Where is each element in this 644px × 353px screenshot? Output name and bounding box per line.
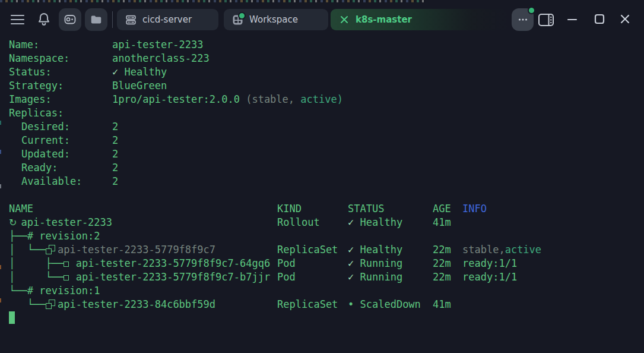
terminal-text: NAME bbox=[9, 203, 33, 215]
more-button[interactable] bbox=[512, 8, 534, 31]
terminal-line: ↻ api-tester-2233Rollout✓ Healthy41m bbox=[0, 216, 644, 229]
terminal-text: STATUS bbox=[348, 203, 384, 215]
terminal-text: │ └── bbox=[9, 244, 45, 256]
maximize-button[interactable] bbox=[594, 13, 605, 25]
terminal-text: Pod bbox=[277, 271, 296, 283]
terminal-text: ✓ bbox=[348, 216, 360, 228]
bot-button[interactable] bbox=[59, 8, 81, 31]
terminal-text: api-tester-2233-84c6bbf59d bbox=[58, 298, 215, 310]
terminal-text: 22m bbox=[433, 244, 451, 256]
folder-icon bbox=[90, 13, 103, 26]
tab-cicd-server[interactable]: cicd-server bbox=[117, 9, 218, 30]
terminal-text: Name: bbox=[9, 39, 39, 51]
terminal-line: ├──# revision:2 bbox=[0, 229, 644, 243]
terminal-text: Status: bbox=[9, 66, 52, 78]
terminal-text: • bbox=[348, 298, 360, 310]
tab-workspace[interactable]: Workspace bbox=[224, 9, 328, 30]
terminal-text: 2 bbox=[112, 175, 118, 187]
terminal-text: Strategy: bbox=[9, 80, 64, 92]
terminal-text: ✓ bbox=[348, 271, 360, 283]
terminal-text: BlueGreen bbox=[112, 80, 167, 92]
terminal-text: Namespace: bbox=[9, 52, 69, 64]
terminal-text: │ └── bbox=[9, 271, 64, 283]
terminal-line: Status:✓ Healthy bbox=[0, 65, 644, 79]
terminal-text: 2 bbox=[112, 162, 118, 174]
terminal-text: Current: bbox=[21, 134, 70, 146]
pod-icon bbox=[64, 261, 69, 267]
terminal-text: Ready: bbox=[21, 162, 58, 174]
terminal-text: ✓ bbox=[348, 257, 360, 269]
terminal-text: Healthy bbox=[124, 66, 167, 78]
terminal-text: Healthy bbox=[360, 244, 402, 256]
terminal-text: 41m bbox=[433, 298, 451, 310]
app-window: cicd-server Workspace k8s-m bbox=[0, 0, 644, 353]
files-button[interactable] bbox=[85, 8, 107, 31]
tab-label: k8s-master bbox=[356, 14, 412, 25]
hamburger-icon bbox=[10, 13, 26, 26]
terminal-text: Rollout bbox=[277, 216, 320, 228]
terminal-line: Available:2 bbox=[0, 175, 644, 188]
terminal-line: Strategy:BlueGreen bbox=[0, 79, 644, 93]
terminal[interactable]: Name:api-tester-2233Namespace:anothercla… bbox=[0, 38, 644, 353]
tab-k8s-master[interactable]: k8s-master bbox=[331, 9, 508, 30]
terminal-text: ✓ bbox=[348, 244, 360, 256]
terminal-text: active) bbox=[300, 93, 343, 105]
terminal-line: Desired:2 bbox=[0, 120, 644, 134]
ellipsis-icon bbox=[516, 13, 529, 26]
bell-icon bbox=[36, 11, 52, 28]
tab-label: cicd-server bbox=[142, 14, 192, 25]
minimize-button[interactable] bbox=[567, 15, 578, 24]
terminal-text: 1pro/api-tester:2.0.0 bbox=[112, 93, 246, 105]
title-bar: cicd-server Workspace k8s-m bbox=[0, 0, 644, 36]
terminal-text: api-tester-2233 bbox=[15, 216, 112, 228]
terminal-line: │ └──api-tester-2233-5779f8f9c7ReplicaSe… bbox=[0, 243, 644, 257]
bot-icon bbox=[63, 12, 77, 27]
terminal-text: ReplicaSet bbox=[277, 244, 338, 256]
terminal-line: Name:api-tester-2233 bbox=[0, 38, 644, 52]
terminal-text: └── bbox=[9, 298, 45, 310]
notifications-button[interactable] bbox=[36, 11, 52, 28]
terminal-text: Images: bbox=[9, 93, 52, 105]
terminal-text: anotherclass-223 bbox=[112, 52, 210, 64]
maximize-icon bbox=[594, 13, 605, 25]
terminal-text: (stable, bbox=[246, 93, 300, 105]
terminal-text: AGE bbox=[433, 203, 451, 215]
terminal-text: 22m bbox=[433, 271, 451, 283]
terminal-cursor bbox=[9, 311, 15, 324]
terminal-line: Ready:2 bbox=[0, 161, 644, 175]
terminal-text: └──# revision:1 bbox=[9, 285, 100, 297]
more-status-dot bbox=[528, 7, 535, 14]
terminal-text: api-tester-2233-5779f8f9c7-b7jjr bbox=[69, 271, 270, 283]
terminal-text: Healthy bbox=[360, 216, 402, 228]
terminal-text: Running bbox=[360, 271, 402, 283]
terminal-text: 22m bbox=[433, 257, 451, 269]
terminal-text: Pod bbox=[277, 257, 296, 269]
terminal-line bbox=[0, 188, 644, 202]
terminal-text: KIND bbox=[277, 203, 302, 215]
terminal-line: └──# revision:1 bbox=[0, 284, 644, 298]
terminal-text: Available: bbox=[21, 175, 82, 187]
terminal-text: api-tester-2233-5779f8f9c7 bbox=[58, 244, 215, 256]
terminal-text: ready:1/1 bbox=[462, 257, 517, 269]
close-tab-icon[interactable] bbox=[339, 14, 350, 25]
terminal-line bbox=[0, 311, 644, 325]
terminal-line: └──api-tester-2233-84c6bbf59dReplicaSet•… bbox=[0, 298, 644, 311]
terminal-text: ScaledDown bbox=[360, 298, 420, 310]
terminal-text: INFO bbox=[462, 203, 487, 215]
terminal-text: ├──# revision:2 bbox=[9, 230, 100, 242]
terminal-text: 2 bbox=[112, 148, 118, 160]
terminal-text: 2 bbox=[112, 134, 118, 146]
terminal-text: active bbox=[505, 244, 541, 256]
rs-icon bbox=[45, 245, 58, 254]
server-icon bbox=[125, 14, 137, 26]
terminal-text: api-tester-2233-5779f8f9c7-64gq6 bbox=[69, 257, 270, 269]
close-window-button[interactable] bbox=[619, 13, 631, 25]
split-view-button[interactable] bbox=[538, 13, 554, 27]
terminal-text: Desired: bbox=[21, 121, 70, 133]
terminal-text: 41m bbox=[433, 216, 451, 228]
terminal-line: │ └── api-tester-2233-5779f8f9c7-b7jjrPo… bbox=[0, 270, 644, 284]
terminal-text: Updated: bbox=[21, 148, 70, 160]
menu-button[interactable] bbox=[10, 13, 26, 26]
terminal-line: │ ├── api-tester-2233-5779f8f9c7-64gq6Po… bbox=[0, 257, 644, 270]
toolbar-divider bbox=[112, 11, 113, 28]
